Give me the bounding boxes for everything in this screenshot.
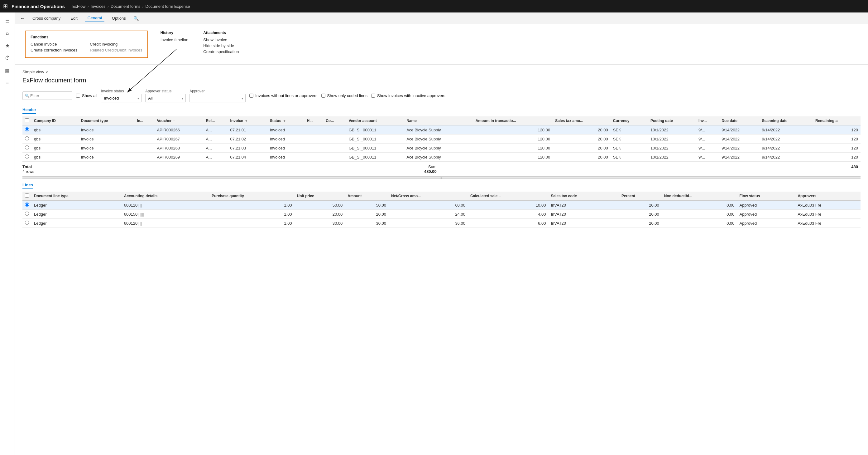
col-h: H... bbox=[304, 116, 323, 125]
cb2-wrap[interactable]: Show only coded lines bbox=[321, 93, 368, 98]
create-specification-item[interactable]: Create specification bbox=[203, 49, 239, 54]
back-button[interactable]: ← bbox=[20, 16, 25, 21]
cb1-wrap[interactable]: Invoices without lines or approvers bbox=[249, 93, 317, 98]
table-row[interactable]: gbsi Invoice APIR000269 A... 07.21.04 In… bbox=[23, 152, 861, 162]
breadcrumb-invoices[interactable]: Invoices bbox=[91, 4, 106, 9]
credit-invoicing-item[interactable]: Credit invoicing bbox=[90, 42, 142, 47]
select-all-checkbox[interactable] bbox=[25, 118, 29, 122]
cross-company-button[interactable]: Cross company bbox=[30, 15, 63, 22]
lines-cell-net-gross: 60.00 bbox=[389, 201, 468, 210]
col-rel: Rel... bbox=[203, 116, 227, 125]
invoice-status-select[interactable]: Invoiced All Pending Approved bbox=[101, 94, 142, 102]
cell-name: Ace Bicycle Supply bbox=[404, 144, 473, 152]
lines-row-radio[interactable] bbox=[23, 210, 31, 219]
sidebar-icon-home[interactable]: ⌂ bbox=[2, 27, 13, 39]
cell-in bbox=[134, 135, 154, 144]
lines-row-radio-input[interactable] bbox=[25, 202, 29, 207]
cell-status: Invoiced bbox=[268, 144, 305, 152]
cell-amount: 120.00 bbox=[473, 152, 553, 162]
table-row[interactable]: Ledger 600120|||| 1.00 50.00 50.00 60.00… bbox=[23, 201, 861, 210]
row-radio-input[interactable] bbox=[25, 136, 29, 140]
header-section-tab[interactable]: Header bbox=[23, 107, 36, 114]
show-all-checkbox[interactable] bbox=[76, 94, 80, 98]
approver-status-select[interactable]: All Approved Pending bbox=[145, 94, 186, 102]
cell-in bbox=[134, 152, 154, 162]
table-row[interactable]: Ledger 600150|||||| 1.00 20.00 20.00 24.… bbox=[23, 210, 861, 219]
lines-cell-percent: 20.00 bbox=[619, 219, 662, 228]
simple-view-toggle[interactable]: Simple view ∨ bbox=[23, 69, 861, 74]
table-row[interactable]: gbsi Invoice APIR000268 A... 07.21.03 In… bbox=[23, 144, 861, 152]
cb3-wrap[interactable]: Show invoices with inactive approvers bbox=[371, 93, 445, 98]
row-radio-input[interactable] bbox=[25, 145, 29, 149]
create-correction-item[interactable]: Create correction invoices bbox=[31, 48, 77, 52]
lines-col-calc-sales: Calculated sale... bbox=[468, 192, 548, 201]
cell-co bbox=[323, 144, 346, 152]
invoice-timeline-item[interactable]: Invoice timeline bbox=[160, 37, 189, 42]
sidebar-icon-modules[interactable]: ≡ bbox=[2, 77, 13, 89]
lines-row-radio[interactable] bbox=[23, 201, 31, 210]
lines-row-radio-input[interactable] bbox=[25, 211, 29, 216]
edit-button[interactable]: Edit bbox=[68, 15, 80, 22]
row-radio-input[interactable] bbox=[25, 154, 29, 159]
cell-inv: 9/... bbox=[696, 135, 719, 144]
cell-company-id: gbsi bbox=[31, 152, 79, 162]
table-row[interactable]: Ledger 600120|||| 1.00 30.00 30.00 36.00… bbox=[23, 219, 861, 228]
sidebar-icon-menu[interactable]: ☰ bbox=[2, 15, 13, 26]
grid-icon[interactable]: ⊞ bbox=[3, 3, 8, 10]
cell-co bbox=[323, 152, 346, 162]
lines-cell-accounting: 600120|||| bbox=[122, 201, 209, 210]
row-radio[interactable] bbox=[23, 135, 31, 144]
approver-select[interactable] bbox=[189, 94, 246, 102]
hide-side-by-side-item[interactable]: Hide side by side bbox=[203, 44, 239, 48]
cell-remaining: 120 bbox=[813, 135, 861, 144]
total-label: Total bbox=[23, 165, 34, 169]
cb1-checkbox[interactable] bbox=[249, 94, 253, 98]
lines-col-type: Document line type bbox=[31, 192, 122, 201]
breadcrumb-docforms[interactable]: Document forms bbox=[111, 4, 140, 9]
approver-status-group: Approver status All Approved Pending ▾ bbox=[145, 89, 186, 102]
show-invoice-item[interactable]: Show invoice bbox=[203, 37, 239, 42]
lines-cell-tax-code: InVAT20 bbox=[548, 219, 619, 228]
cb2-checkbox[interactable] bbox=[321, 94, 326, 98]
row-radio-input[interactable] bbox=[25, 127, 29, 132]
cell-sales-tax: 20.00 bbox=[553, 144, 611, 152]
lines-row-radio-input[interactable] bbox=[25, 221, 29, 225]
breadcrumb-docformexpense[interactable]: Document form Expense bbox=[146, 4, 190, 9]
lines-section-tab[interactable]: Lines bbox=[23, 182, 33, 189]
sidebar-icon-favorites[interactable]: ★ bbox=[2, 40, 13, 51]
history-section: History Invoice timeline bbox=[153, 27, 196, 47]
lines-row-radio[interactable] bbox=[23, 219, 31, 228]
cancel-invoice-item[interactable]: Cancel invoice bbox=[31, 42, 77, 47]
row-radio[interactable] bbox=[23, 144, 31, 152]
header-table-scroll: Company ID Document type In... Voucher ↑… bbox=[23, 116, 861, 162]
lines-col-percent: Percent bbox=[619, 192, 662, 201]
lines-select-all[interactable] bbox=[25, 194, 29, 198]
breadcrumb-exflow[interactable]: ExFlow bbox=[72, 4, 86, 9]
options-button[interactable]: Options bbox=[110, 15, 128, 22]
page-body: Simple view ∨ ExFlow document form 🔍 Sho… bbox=[15, 65, 868, 233]
approver-select-wrap: ▾ bbox=[189, 94, 246, 102]
show-all-checkbox-wrap[interactable]: Show all bbox=[76, 93, 97, 98]
table-row[interactable]: gbsi Invoice APIR000266 A... 07.21.01 In… bbox=[23, 125, 861, 135]
general-tab-button[interactable]: General bbox=[85, 15, 104, 22]
invoice-status-select-wrap: Invoiced All Pending Approved ▾ bbox=[101, 94, 142, 102]
col-voucher: Voucher ↑ bbox=[154, 116, 203, 125]
divider-bar[interactable]: ≡ bbox=[23, 176, 861, 179]
cell-rel: A... bbox=[203, 125, 227, 135]
invoice-status-group: Invoice status Invoiced All Pending Appr… bbox=[101, 89, 142, 102]
lines-cell-qty: 1.00 bbox=[209, 219, 294, 228]
cell-h bbox=[304, 135, 323, 144]
cb3-checkbox[interactable] bbox=[371, 94, 375, 98]
row-radio[interactable] bbox=[23, 152, 31, 162]
toolbar-search-icon[interactable]: 🔍 bbox=[133, 16, 139, 21]
sidebar-icon-workspaces[interactable]: ▦ bbox=[2, 65, 13, 76]
sidebar-icon-recent[interactable]: ⏱ bbox=[2, 52, 13, 64]
table-row[interactable]: gbsi Invoice APIR000267 A... 07.21.02 In… bbox=[23, 135, 861, 144]
approver-status-select-wrap: All Approved Pending ▾ bbox=[145, 94, 186, 102]
page-title: ExFlow document form bbox=[23, 77, 861, 84]
row-radio[interactable] bbox=[23, 125, 31, 135]
filter-input[interactable] bbox=[23, 91, 72, 100]
cell-posting-date: 10/1/2022 bbox=[648, 135, 696, 144]
col-amount: Amount in transactio... bbox=[473, 116, 553, 125]
cell-scanning-date: 9/14/2022 bbox=[759, 144, 813, 152]
